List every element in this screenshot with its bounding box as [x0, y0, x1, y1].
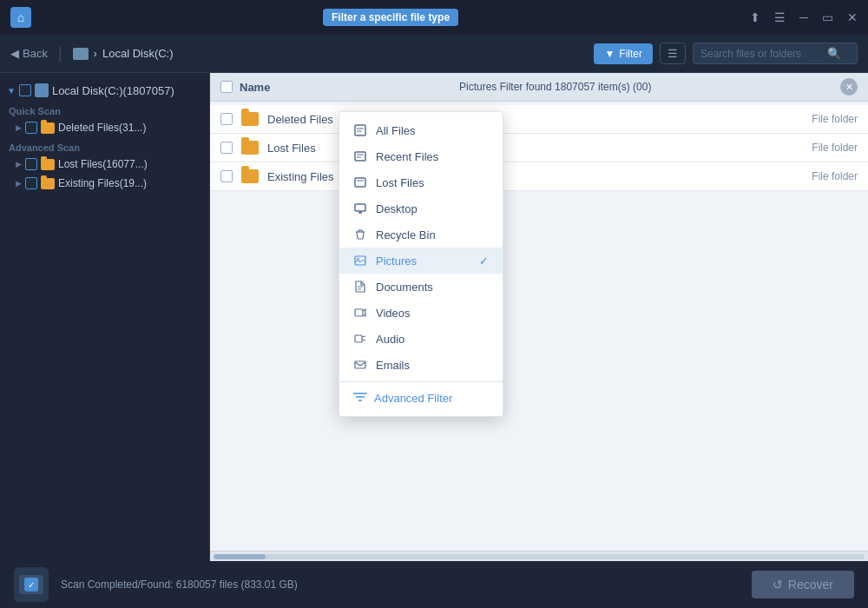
emails-label: Emails — [376, 359, 410, 372]
all-files-icon — [353, 123, 367, 137]
row-checkbox-0[interactable] — [220, 113, 233, 125]
horizontal-scrollbar[interactable] — [210, 551, 868, 561]
nav-path-label[interactable]: Local Disk(C:) — [102, 47, 174, 60]
svg-rect-6 — [355, 178, 365, 187]
menu-lines-button[interactable]: ☰ — [660, 43, 686, 64]
nav-actions: ▼ Filter ☰ 🔍 — [594, 43, 858, 64]
status-icon: ✓ — [14, 567, 49, 602]
documents-label: Documents — [376, 281, 433, 294]
disk-icon — [73, 48, 89, 60]
dropdown-item-videos[interactable]: Videos — [339, 300, 503, 326]
filter-info: Pictures Filter found 1807057 item(s) (0… — [277, 81, 833, 93]
desktop-icon — [353, 202, 367, 215]
disk-drive-icon — [35, 83, 49, 97]
search-input[interactable] — [700, 48, 822, 60]
minimize-icon[interactable]: ─ — [799, 11, 808, 23]
advanced-filter-item[interactable]: Advanced Filter — [339, 386, 503, 411]
search-icon[interactable]: 🔍 — [827, 47, 841, 60]
dropdown-item-audio[interactable]: Audio — [339, 326, 503, 352]
svg-line-22 — [362, 340, 365, 340]
folder-icon-2 — [41, 159, 55, 170]
table-row[interactable]: Lost Files File folder — [210, 134, 868, 162]
sidebar-item-deleted-files[interactable]: ▶ Deleted Files(31...) — [0, 118, 209, 137]
recycle-bin-label: Recycle Bin — [376, 228, 436, 241]
lost-files-label: Lost Files(16077...) — [58, 158, 148, 170]
nav-path: › Local Disk(C:) — [73, 47, 174, 60]
svg-rect-20 — [355, 335, 362, 342]
chevron-right-icon-3: ▶ — [16, 179, 22, 188]
existing-files-checkbox[interactable] — [25, 177, 37, 189]
quick-scan-label: Quick Scan — [0, 101, 209, 118]
main-area: ▼ Local Disk(C:)(1807057) Quick Scan ▶ D… — [0, 73, 868, 561]
app-icon: ⌂ — [10, 7, 31, 28]
documents-icon — [353, 280, 367, 294]
recover-button[interactable]: ↺ Recover — [752, 571, 854, 598]
svg-rect-8 — [355, 204, 365, 211]
dropdown-item-desktop[interactable]: Desktop — [339, 195, 503, 221]
scrollbar-track — [214, 554, 865, 559]
chevron-down-icon: ▼ — [7, 86, 16, 96]
row-checkbox-1[interactable] — [220, 142, 233, 154]
lost-files-label: Lost Files — [376, 176, 424, 189]
lost-files-icon — [353, 175, 367, 189]
pictures-icon — [353, 254, 367, 268]
file-type-0: File folder — [771, 113, 858, 125]
dropdown-item-pictures[interactable]: Pictures ✓ — [339, 248, 503, 274]
sidebar-item-lost-files[interactable]: ▶ Lost Files(16077...) — [0, 155, 209, 174]
navbar: ◀ Back | › Local Disk(C:) ▼ Filter ☰ 🔍 — [0, 35, 868, 73]
row-checkbox-2[interactable] — [220, 170, 233, 182]
sidebar-root[interactable]: ▼ Local Disk(C:)(1807057) — [0, 80, 209, 101]
check-mark-icon: ✓ — [479, 254, 489, 268]
audio-label: Audio — [376, 333, 404, 346]
share-icon[interactable]: ⬆ — [750, 11, 760, 23]
audio-icon — [353, 332, 367, 346]
existing-files-label: Existing Files(19...) — [58, 177, 147, 189]
scrollbar-thumb[interactable] — [214, 554, 266, 559]
nav-path-text: › — [94, 47, 97, 60]
all-files-label: All Files — [376, 124, 416, 137]
filter-button[interactable]: ▼ Filter — [594, 43, 653, 64]
folder-icon-deleted — [241, 112, 259, 126]
dropdown-item-all-files[interactable]: All Files — [339, 117, 503, 143]
folder-icon — [41, 122, 55, 134]
close-icon[interactable]: ✕ — [847, 11, 858, 23]
lost-files-checkbox[interactable] — [25, 158, 37, 170]
advanced-filter-icon — [353, 392, 367, 405]
back-arrow-icon: ◀ — [10, 47, 19, 60]
deleted-files-checkbox[interactable] — [25, 122, 37, 134]
filter-dropdown-menu: All Files Recent Files Lost Files Deskto… — [339, 111, 503, 417]
content-header: Name Pictures Filter found 1807057 item(… — [210, 73, 868, 102]
header-checkbox[interactable] — [220, 81, 233, 93]
chevron-right-icon: ▶ — [16, 123, 22, 132]
svg-rect-23 — [355, 361, 365, 368]
restore-icon[interactable]: ▭ — [822, 11, 833, 23]
close-filter-button[interactable]: ✕ — [840, 78, 858, 96]
filter-label: Filter — [619, 48, 642, 60]
menu-icon[interactable]: ☰ — [774, 11, 786, 23]
dropdown-item-lost-files[interactable]: Lost Files — [339, 169, 503, 195]
dropdown-item-emails[interactable]: Emails — [339, 352, 503, 378]
titlebar-title: Filter a specific file type — [323, 9, 458, 26]
filter-icon: ▼ — [604, 48, 615, 60]
file-type-2: File folder — [771, 170, 858, 182]
recover-icon: ↺ — [773, 578, 783, 591]
back-label: Back — [23, 47, 48, 60]
dropdown-item-recent-files[interactable]: Recent Files — [339, 143, 503, 169]
dropdown-item-documents[interactable]: Documents — [339, 274, 503, 300]
back-button[interactable]: ◀ Back — [10, 47, 48, 60]
pictures-label: Pictures — [376, 254, 417, 268]
advanced-scan-label: Advanced Scan — [0, 137, 209, 155]
chevron-right-icon-2: ▶ — [16, 160, 22, 169]
desktop-label: Desktop — [376, 202, 418, 215]
file-list: Deleted Files File folder Lost Files Fil… — [210, 102, 868, 195]
table-row[interactable]: Existing Files File folder — [210, 162, 868, 191]
svg-line-21 — [362, 336, 365, 337]
root-checkbox[interactable] — [19, 84, 31, 96]
table-row[interactable]: Deleted Files File folder — [210, 105, 868, 134]
status-check-icon: ✓ — [24, 578, 38, 591]
dropdown-item-recycle-bin[interactable]: Recycle Bin — [339, 221, 503, 248]
sidebar-item-existing-files[interactable]: ▶ Existing Files(19...) — [0, 174, 209, 193]
videos-label: Videos — [376, 307, 411, 320]
recent-files-label: Recent Files — [376, 150, 438, 163]
dropdown-divider — [339, 381, 503, 382]
